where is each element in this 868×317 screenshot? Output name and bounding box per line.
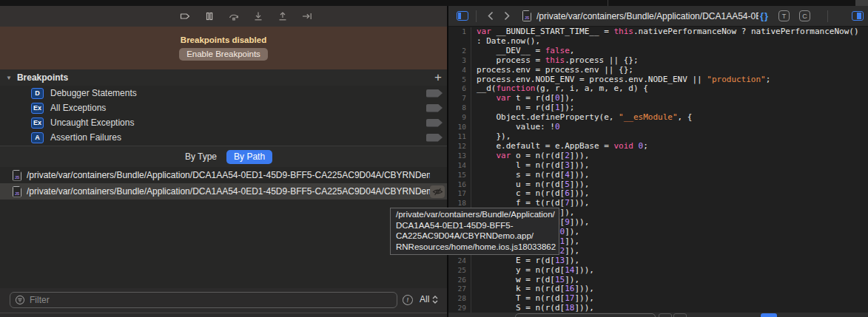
add-breakpoint-icon[interactable]: + bbox=[434, 72, 442, 83]
step-into-icon[interactable] bbox=[252, 10, 264, 23]
line-number[interactable]: 2 bbox=[448, 47, 471, 56]
code-line: 10 value: !0 bbox=[448, 123, 868, 132]
filter-scope-control[interactable]: All bbox=[420, 294, 438, 304]
line-number[interactable]: 17 bbox=[448, 189, 471, 199]
line-number[interactable] bbox=[448, 37, 471, 47]
jump-bar-actions: {} T C bbox=[760, 10, 864, 22]
breakpoint-disabled-indicator[interactable] bbox=[426, 134, 443, 142]
inspector-toggle-icon[interactable] bbox=[852, 11, 864, 21]
line-number[interactable]: 3 bbox=[448, 56, 471, 66]
breakpoint-hidden-chip[interactable] bbox=[430, 185, 445, 198]
filter-bar: ! All bbox=[0, 288, 447, 317]
line-number[interactable]: 13 bbox=[448, 151, 471, 161]
line-number[interactable]: 28 bbox=[448, 294, 471, 304]
breakpoint-type-badge: Ex bbox=[31, 117, 44, 129]
breakpoints-disabled-banner: Breakpoints disabled Enable Breakpoints bbox=[0, 27, 447, 69]
breakpoint-label: Uncaught Exceptions bbox=[50, 117, 134, 128]
forward-arrow-icon[interactable] bbox=[502, 11, 511, 21]
xcode-debug-window: Breakpoints disabled Enable Breakpoints … bbox=[0, 0, 868, 317]
breakpoint-item-assertion-failures[interactable]: A Assertion Failures bbox=[0, 130, 447, 145]
top-strip-tab bbox=[855, 0, 868, 6]
breakpoint-label: All Exceptions bbox=[50, 103, 106, 113]
disclosure-triangle-icon[interactable]: ▼ bbox=[6, 75, 12, 81]
find-option-box[interactable] bbox=[673, 313, 687, 317]
breakpoint-item-uncaught-exceptions[interactable]: Ex Uncaught Exceptions bbox=[0, 115, 447, 130]
window-top-strip bbox=[0, 0, 868, 6]
filter-input[interactable] bbox=[30, 295, 370, 305]
breakpoint-list: D Debugger Statements Ex All Exceptions … bbox=[0, 86, 447, 145]
line-number[interactable]: 27 bbox=[448, 284, 471, 294]
filter-field[interactable] bbox=[10, 292, 397, 308]
grouping-segmented-control: By Type By Path bbox=[0, 146, 447, 167]
breakpoint-tag-icon[interactable] bbox=[178, 10, 191, 23]
banner-title: Breakpoints disabled bbox=[181, 35, 266, 44]
breakpoint-label: Debugger Statements bbox=[50, 88, 137, 98]
path-text: /private/var/containers/Bundle/Applicati… bbox=[27, 170, 430, 180]
code-coverage-icon[interactable]: C bbox=[799, 10, 810, 21]
group-by-path-button[interactable]: By Path bbox=[226, 150, 272, 164]
line-number[interactable]: 16 bbox=[448, 180, 471, 190]
pause-icon[interactable] bbox=[203, 10, 215, 23]
breakpoint-label: Assertion Failures bbox=[50, 132, 121, 143]
minimap-braces-icon[interactable]: {} bbox=[760, 10, 769, 21]
find-action-button[interactable] bbox=[761, 313, 777, 317]
section-title: Breakpoints bbox=[17, 72, 68, 83]
jump-bar-path[interactable]: /private/var/containers/Bundle/Applicati… bbox=[536, 11, 758, 21]
path-row[interactable]: JS /private/var/containers/Bundle/Applic… bbox=[0, 167, 447, 183]
find-bar-partial bbox=[448, 313, 868, 317]
breakpoint-type-badge: D bbox=[31, 88, 44, 99]
line-number[interactable]: 4 bbox=[448, 66, 471, 75]
js-file-icon: JS bbox=[522, 10, 531, 21]
line-number[interactable]: 9 bbox=[448, 113, 471, 123]
js-file-icon: JS bbox=[13, 170, 21, 181]
step-out-icon[interactable] bbox=[276, 10, 289, 23]
path-tooltip: /private/var/containers/Bundle/Applicati… bbox=[390, 208, 559, 255]
breakpoint-item-debugger-statements[interactable]: D Debugger Statements bbox=[0, 86, 447, 100]
line-number[interactable]: 1 bbox=[448, 27, 471, 37]
step-to-icon[interactable] bbox=[300, 10, 313, 23]
line-number[interactable]: 25 bbox=[448, 266, 471, 276]
debug-toolbar bbox=[0, 6, 447, 27]
find-field[interactable] bbox=[515, 313, 656, 317]
line-number[interactable]: 8 bbox=[448, 103, 471, 113]
path-row-selected[interactable]: JS /private/var/containers/Bundle/Applic… bbox=[0, 183, 447, 200]
source-editor: JS /private/var/containers/Bundle/Applic… bbox=[448, 6, 868, 317]
find-option-box[interactable] bbox=[659, 313, 672, 317]
editor-jump-bar: JS /private/var/containers/Bundle/Applic… bbox=[448, 6, 868, 27]
text-format-icon[interactable]: T bbox=[778, 10, 790, 21]
filter-scope-label: All bbox=[420, 294, 429, 304]
breakpoint-type-badge: Ex bbox=[31, 103, 44, 114]
line-number[interactable]: 24 bbox=[448, 256, 471, 266]
group-by-type-button[interactable]: By Type bbox=[185, 151, 217, 162]
jump-bar-divider bbox=[476, 10, 477, 22]
line-number[interactable]: 5 bbox=[448, 75, 471, 85]
jump-bar-divider bbox=[827, 10, 828, 22]
breakpoint-path-list: JS /private/var/containers/Bundle/Applic… bbox=[0, 167, 447, 200]
js-file-icon: JS bbox=[13, 186, 21, 197]
breakpoint-disabled-indicator[interactable] bbox=[426, 119, 443, 127]
filter-icon bbox=[15, 295, 25, 305]
line-number[interactable]: 11 bbox=[448, 132, 471, 142]
code-editor-content[interactable]: 1var __BUNDLE_START_TIME__ = this.native… bbox=[448, 27, 868, 317]
top-strip-divider bbox=[608, 0, 608, 6]
line-number[interactable]: 26 bbox=[448, 276, 471, 285]
breakpoints-section-header: ▼ Breakpoints + bbox=[0, 69, 447, 86]
exclamation-icon[interactable]: ! bbox=[402, 294, 414, 306]
path-text: /private/var/containers/Bundle/Applicati… bbox=[27, 186, 430, 197]
line-number[interactable]: 12 bbox=[448, 142, 471, 151]
breakpoint-disabled-indicator[interactable] bbox=[426, 89, 443, 98]
breakpoint-navigator: Breakpoints disabled Enable Breakpoints … bbox=[0, 6, 447, 317]
back-arrow-icon[interactable] bbox=[486, 11, 495, 21]
enable-breakpoints-button[interactable]: Enable Breakpoints bbox=[179, 48, 268, 61]
step-over-icon[interactable] bbox=[227, 10, 240, 23]
breakpoint-item-all-exceptions[interactable]: Ex All Exceptions bbox=[0, 100, 447, 115]
line-number[interactable]: 7 bbox=[448, 94, 471, 103]
line-number[interactable]: 14 bbox=[448, 161, 471, 171]
related-items-icon[interactable] bbox=[457, 11, 468, 21]
line-number[interactable]: 15 bbox=[448, 171, 471, 180]
breakpoint-type-badge: A bbox=[31, 132, 44, 143]
stepper-chevrons-icon[interactable] bbox=[432, 296, 438, 304]
line-number[interactable]: 6 bbox=[448, 84, 471, 94]
breakpoint-disabled-indicator[interactable] bbox=[426, 104, 443, 112]
line-number[interactable]: 10 bbox=[448, 123, 471, 132]
